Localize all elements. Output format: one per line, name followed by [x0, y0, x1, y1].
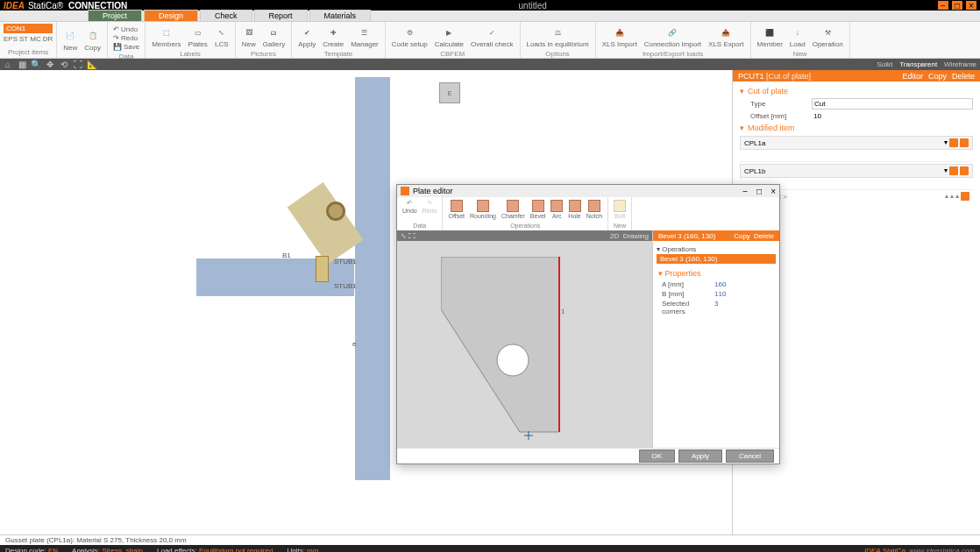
offset-value[interactable]: 10: [812, 111, 973, 121]
minimize-button[interactable]: −: [938, 1, 948, 10]
save-button[interactable]: 💾 Save: [113, 43, 139, 51]
align3-icon[interactable]: ▴: [955, 192, 959, 201]
viewport-3d[interactable]: B1 STUB1 STUB1 e E Plate editor − □ × ↶U…: [0, 70, 732, 534]
offset-op-button[interactable]: Offset: [446, 199, 466, 220]
design-code-value[interactable]: EN: [48, 547, 58, 553]
seg-mc[interactable]: MC: [30, 35, 40, 43]
xls-import-button[interactable]: 📥XLS Import: [600, 24, 640, 50]
panel-editor-action[interactable]: Editor: [902, 72, 923, 81]
ops-copy[interactable]: Copy: [734, 232, 750, 240]
editor-undo-button[interactable]: ↶Undo: [401, 199, 419, 215]
ops-tree-root[interactable]: ▾ Operations: [657, 244, 776, 254]
current-connection-tag[interactable]: CON1: [4, 24, 53, 33]
ops-tree-bevel[interactable]: Bevel 3 (160, 130): [657, 254, 776, 264]
tab-design[interactable]: Design: [144, 10, 198, 21]
cancel-button[interactable]: Cancel: [726, 449, 774, 463]
tab-report[interactable]: Report: [254, 10, 308, 21]
dialog-maximize[interactable]: □: [756, 187, 762, 196]
close-button[interactable]: ×: [966, 1, 976, 10]
dialog-titlebar[interactable]: Plate editor − □ ×: [397, 185, 779, 197]
manager-button[interactable]: ☰Manager: [348, 24, 381, 50]
editor-canvas[interactable]: 2 1 3: [397, 241, 652, 448]
calculate-button[interactable]: ▶Calculate: [432, 24, 466, 50]
fit-icon[interactable]: ⛶: [74, 60, 82, 69]
mode-drawing[interactable]: Drawing: [623, 232, 649, 240]
tab-project[interactable]: Project: [88, 10, 142, 21]
view-solid[interactable]: Solid: [877, 60, 892, 68]
tab-materials[interactable]: Materials: [309, 10, 372, 21]
lcs-button[interactable]: ⤡LCS: [212, 24, 231, 50]
new-button[interactable]: 📄New: [60, 27, 80, 53]
load-effects-value[interactable]: Equilibrium not required: [199, 547, 273, 553]
chamfer-op-button[interactable]: Chamfer: [500, 199, 527, 220]
home-icon[interactable]: ⌂: [4, 60, 12, 69]
hole-op-button[interactable]: Hole: [566, 199, 582, 220]
editor-redo-button[interactable]: ↷Redo: [421, 199, 439, 215]
slice-icon[interactable]: ▦: [18, 60, 26, 69]
align-icon[interactable]: ▴: [945, 192, 948, 201]
item-cpl1b[interactable]: CPL1b ▾: [740, 164, 973, 178]
mode-2d[interactable]: 2D: [610, 232, 619, 240]
prop-b-value[interactable]: 110: [714, 290, 726, 298]
chevron-down-icon[interactable]: ▾: [944, 138, 948, 147]
dialog-minimize[interactable]: −: [742, 187, 748, 196]
new-pic-button[interactable]: 🖼New: [239, 24, 259, 50]
apply-button[interactable]: Apply: [678, 449, 722, 463]
seg-st[interactable]: ST: [19, 35, 28, 43]
new-member-button[interactable]: ⬛Member: [755, 24, 785, 50]
plates-button[interactable]: ▭Plates: [186, 24, 210, 50]
members-button[interactable]: ⬚Members: [149, 24, 183, 50]
delete-row-icon[interactable]: [960, 166, 969, 175]
bevel-op-button[interactable]: Bevel: [529, 199, 548, 220]
xls-export-button[interactable]: 📤XLS Export: [706, 24, 746, 50]
rounding-op-button[interactable]: Rounding: [468, 199, 498, 220]
copy-button[interactable]: 📋Copy: [82, 27, 103, 53]
view-transparent[interactable]: Transparent: [899, 60, 937, 68]
canvas-tools-icon[interactable]: ⤡ ⛶: [401, 232, 415, 240]
ops-delete[interactable]: Delete: [754, 232, 774, 240]
arc-op-button[interactable]: Arc: [549, 199, 565, 220]
delete-row-icon[interactable]: [960, 138, 969, 147]
bolt[interactable]: [326, 202, 345, 221]
item-cpl1a[interactable]: CPL1a ▾: [740, 136, 973, 150]
undo-button[interactable]: ↶ Undo: [113, 25, 139, 33]
code-setup-button[interactable]: ⚙Code setup: [389, 24, 430, 50]
overall-check-button[interactable]: ✓Overall check: [468, 24, 515, 50]
section-modified-item[interactable]: Modified item: [740, 122, 973, 134]
stub-plate-1[interactable]: [316, 256, 329, 282]
bolt-op-button[interactable]: Bolt: [612, 199, 628, 220]
seg-dr[interactable]: DR: [43, 35, 53, 43]
maximize-button[interactable]: □: [952, 1, 962, 10]
panel-delete-action[interactable]: Delete: [952, 72, 975, 81]
apply-template-button[interactable]: ✔Apply: [295, 24, 318, 50]
rotate-icon[interactable]: ⟲: [60, 60, 68, 69]
section-cut-of-plate[interactable]: Cut of plate: [740, 85, 973, 97]
loads-equilibrium-button[interactable]: ⚖Loads in equilibrium: [524, 24, 592, 50]
footer-url[interactable]: www.ideastatica.com: [909, 547, 975, 553]
prop-corners-value[interactable]: 3: [714, 300, 718, 315]
align2-icon[interactable]: ▴: [950, 192, 954, 201]
dialog-close[interactable]: ×: [771, 187, 776, 196]
type-value[interactable]: Cut: [812, 98, 973, 110]
plate-shape[interactable]: 2 1 3: [441, 257, 564, 441]
edit-icon[interactable]: [949, 166, 958, 175]
redo-button[interactable]: ↷ Redo: [113, 34, 139, 42]
tab-check[interactable]: Check: [200, 10, 252, 21]
ok-button[interactable]: OK: [639, 449, 676, 463]
gallery-button[interactable]: 🗂Gallery: [260, 24, 288, 50]
units-value[interactable]: mm: [307, 547, 318, 553]
edit-icon[interactable]: [949, 138, 958, 147]
column-member[interactable]: [355, 77, 390, 480]
view-wireframe[interactable]: Wireframe: [944, 60, 976, 68]
pan-icon[interactable]: ✥: [46, 60, 54, 69]
connection-import-button[interactable]: 🔗Connection Import: [642, 24, 704, 50]
add-icon[interactable]: [961, 192, 969, 201]
create-template-button[interactable]: ✚Create: [320, 24, 346, 50]
panel-copy-action[interactable]: Copy: [928, 72, 947, 81]
analysis-value[interactable]: Stress, strain: [102, 547, 143, 553]
seg-eps[interactable]: EPS: [4, 35, 18, 43]
zoom-icon[interactable]: 🔍: [32, 60, 40, 69]
notch-op-button[interactable]: Notch: [585, 199, 604, 220]
gusset-plate[interactable]: [288, 182, 364, 265]
new-operation-button[interactable]: ⚒Operation: [810, 24, 846, 50]
